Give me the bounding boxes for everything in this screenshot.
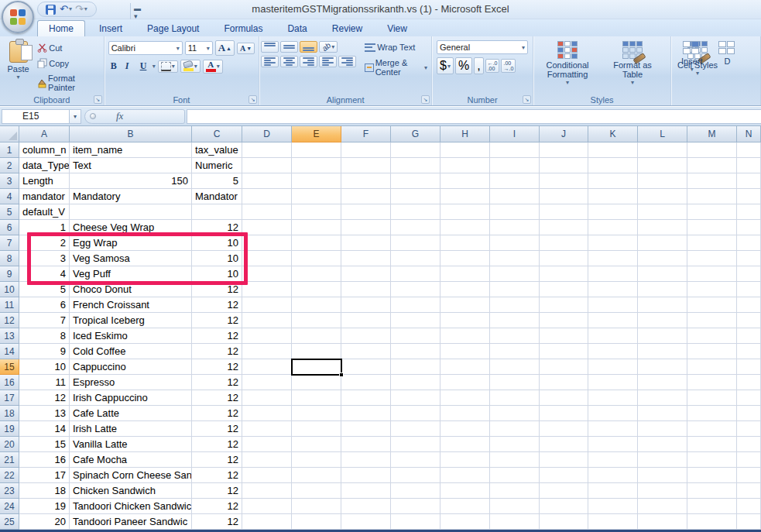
orientation-button[interactable]: ab▾ <box>319 41 338 53</box>
cell-H2[interactable] <box>440 158 490 173</box>
cell-J24[interactable] <box>540 499 588 514</box>
cell-L1[interactable] <box>638 142 687 158</box>
cell-E8[interactable] <box>292 251 341 266</box>
cell-I5[interactable] <box>490 204 540 220</box>
cell-G20[interactable] <box>391 437 440 452</box>
cell-J5[interactable] <box>540 204 588 220</box>
cell-G13[interactable] <box>391 328 440 344</box>
row-header-10[interactable]: 10 <box>0 282 19 297</box>
cell-G14[interactable] <box>391 344 440 359</box>
cell-D2[interactable] <box>242 158 292 173</box>
cell-B16[interactable]: Espresso <box>70 375 192 390</box>
name-box-dropdown-icon[interactable]: ▾ <box>70 109 81 124</box>
fill-color-button[interactable]: ▾ <box>180 60 201 73</box>
cell-H8[interactable] <box>440 251 490 266</box>
cell-J13[interactable] <box>540 328 588 344</box>
cell-K19[interactable] <box>588 421 638 437</box>
row-header-18[interactable]: 18 <box>0 406 19 421</box>
cell-K18[interactable] <box>588 406 638 421</box>
cell-C1[interactable]: tax_value <box>192 142 242 158</box>
cell-I24[interactable] <box>490 499 540 514</box>
cell-B11[interactable]: French Croissant <box>70 297 192 313</box>
row-header-5[interactable]: 5 <box>0 204 19 220</box>
cell-K2[interactable] <box>588 158 638 173</box>
cell-K1[interactable] <box>588 142 638 158</box>
cell-G22[interactable] <box>391 468 440 483</box>
row-header-6[interactable]: 6 <box>0 220 19 235</box>
cell-A3[interactable]: Length <box>19 173 70 189</box>
cell-B14[interactable]: Cold Coffee <box>70 344 192 359</box>
column-header-M[interactable]: M <box>687 126 737 142</box>
column-header-F[interactable]: F <box>341 126 391 142</box>
row-header-7[interactable]: 7 <box>0 235 19 251</box>
cell-K23[interactable] <box>588 483 638 499</box>
cell-C5[interactable] <box>192 204 242 220</box>
cell-A18[interactable]: 13 <box>19 406 70 421</box>
cell-A14[interactable]: 9 <box>19 344 70 359</box>
cell-E3[interactable] <box>292 173 341 189</box>
cell-L12[interactable] <box>638 313 687 328</box>
increase-decimal-button[interactable]: ←.0.00 <box>485 59 500 73</box>
cell-N25[interactable] <box>737 514 761 530</box>
cell-I20[interactable] <box>490 437 540 452</box>
align-left-button[interactable] <box>261 56 279 67</box>
cell-N24[interactable] <box>737 499 761 514</box>
cell-D25[interactable] <box>242 514 292 530</box>
cell-D17[interactable] <box>242 390 292 406</box>
cell-E13[interactable] <box>292 328 341 344</box>
cell-J25[interactable] <box>540 514 588 530</box>
cell-L3[interactable] <box>638 173 687 189</box>
cell-J6[interactable] <box>540 220 588 235</box>
cell-M4[interactable] <box>687 189 737 204</box>
cell-K20[interactable] <box>588 437 638 452</box>
cell-N12[interactable] <box>737 313 761 328</box>
cell-G5[interactable] <box>391 204 440 220</box>
shrink-font-button[interactable]: A▼ <box>237 43 255 54</box>
cell-C16[interactable]: 12 <box>192 375 242 390</box>
cell-E14[interactable] <box>292 344 341 359</box>
cell-J1[interactable] <box>540 142 588 158</box>
cell-M20[interactable] <box>687 437 737 452</box>
cell-L9[interactable] <box>638 266 687 282</box>
cell-E18[interactable] <box>292 406 341 421</box>
cell-J3[interactable] <box>540 173 588 189</box>
column-header-D[interactable]: D <box>242 126 292 142</box>
cell-F3[interactable] <box>341 173 391 189</box>
cell-G1[interactable] <box>391 142 440 158</box>
cell-A23[interactable]: 18 <box>19 483 70 499</box>
cell-G15[interactable] <box>391 359 440 375</box>
tab-formulas[interactable]: Formulas <box>213 21 273 36</box>
cell-B5[interactable] <box>70 204 192 220</box>
cell-J4[interactable] <box>540 189 588 204</box>
cell-E1[interactable] <box>292 142 341 158</box>
redo-button[interactable]: ↷ ▾ <box>74 3 88 15</box>
column-header-A[interactable]: A <box>19 126 70 142</box>
cell-M11[interactable] <box>687 297 737 313</box>
cell-M23[interactable] <box>687 483 737 499</box>
row-header-3[interactable]: 3 <box>0 173 19 189</box>
cell-I18[interactable] <box>490 406 540 421</box>
cell-M2[interactable] <box>687 158 737 173</box>
cell-F5[interactable] <box>341 204 391 220</box>
cell-F18[interactable] <box>341 406 391 421</box>
cell-H13[interactable] <box>440 328 490 344</box>
align-right-button[interactable] <box>300 56 317 67</box>
cell-J10[interactable] <box>540 282 588 297</box>
cell-L23[interactable] <box>638 483 687 499</box>
cell-H22[interactable] <box>440 468 490 483</box>
tab-home[interactable]: Home <box>37 20 85 36</box>
cell-M9[interactable] <box>687 266 737 282</box>
cell-C14[interactable]: 12 <box>192 344 242 359</box>
row-header-2[interactable]: 2 <box>0 158 19 173</box>
cell-A25[interactable]: 20 <box>19 514 70 530</box>
cell-F1[interactable] <box>341 142 391 158</box>
cell-F12[interactable] <box>341 313 391 328</box>
cell-L2[interactable] <box>638 158 687 173</box>
cell-I6[interactable] <box>490 220 540 235</box>
cell-L22[interactable] <box>638 468 687 483</box>
select-all-corner[interactable] <box>0 126 19 142</box>
row-header-21[interactable]: 21 <box>0 452 19 468</box>
cell-E19[interactable] <box>292 421 341 437</box>
cell-B21[interactable]: Cafe Mocha <box>70 452 192 468</box>
cell-D13[interactable] <box>242 328 292 344</box>
